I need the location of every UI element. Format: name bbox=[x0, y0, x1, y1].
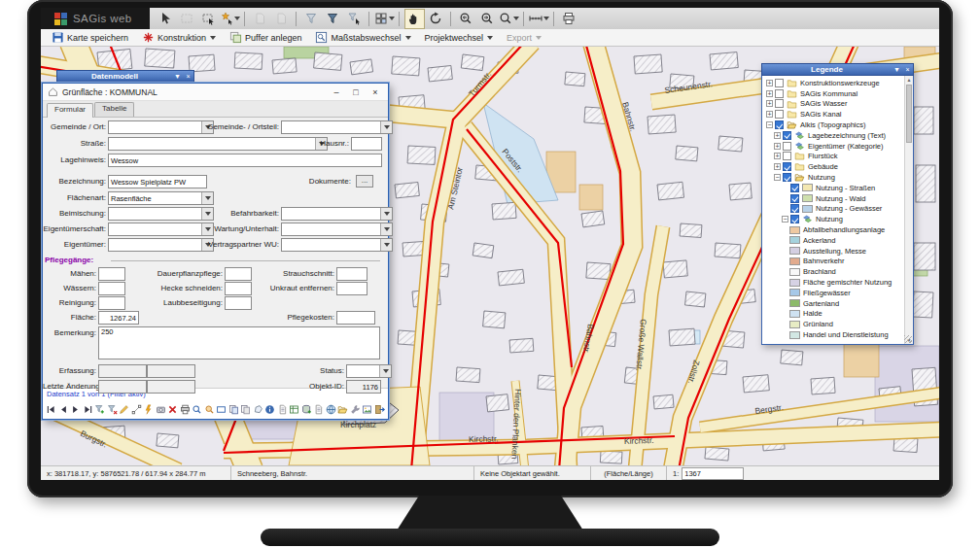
legend-item-label[interactable]: Gebäude bbox=[808, 162, 838, 171]
export-menu[interactable]: Export bbox=[500, 30, 548, 46]
legend-close-icon[interactable]: × bbox=[902, 66, 913, 73]
input-field[interactable] bbox=[98, 267, 125, 281]
dialog-titlebar[interactable]: Grünfläche : KOMMUNAL – □ × bbox=[43, 84, 388, 101]
input-field[interactable] bbox=[147, 380, 195, 394]
expand-icon[interactable]: + bbox=[766, 111, 773, 118]
input-field[interactable]: Wessow bbox=[108, 154, 382, 167]
legend-item-label[interactable]: Lagebezeichnung (Text) bbox=[808, 131, 886, 140]
legend-item-label[interactable]: Eigentümer (Kategorie) bbox=[808, 142, 884, 151]
record-last-button[interactable] bbox=[83, 404, 93, 416]
layer-checkbox[interactable] bbox=[790, 215, 799, 223]
dropdown-field[interactable] bbox=[281, 223, 393, 236]
legend-item-label[interactable]: SAGis Kanal bbox=[800, 110, 842, 119]
legend-item-label[interactable]: Halde bbox=[803, 309, 822, 318]
expand-icon[interactable]: + bbox=[766, 90, 773, 97]
create-buffer-button[interactable]: Puffer anlegen bbox=[223, 30, 308, 46]
tab-formular[interactable]: Formular bbox=[47, 103, 93, 118]
input-field[interactable] bbox=[98, 364, 147, 378]
input-field[interactable] bbox=[225, 282, 252, 295]
panel-collapse-icon[interactable]: ▼ bbox=[172, 73, 183, 80]
construction-menu[interactable]: Konstruktion bbox=[135, 30, 223, 46]
legend-item-label[interactable]: Gartenland bbox=[803, 299, 839, 308]
document-button[interactable] bbox=[313, 404, 324, 416]
legend-item-label[interactable]: Ausstellung, Messe bbox=[803, 247, 866, 256]
close-icon[interactable]: × bbox=[368, 87, 383, 97]
select-tool[interactable] bbox=[156, 9, 176, 29]
expand-icon[interactable]: + bbox=[774, 132, 781, 139]
zoom-previous-tool[interactable] bbox=[456, 9, 476, 29]
copy-tool[interactable] bbox=[250, 9, 270, 29]
print-record-button[interactable] bbox=[180, 404, 191, 416]
legend-item-label[interactable]: Flurstück bbox=[808, 152, 837, 160]
copy-geometry-button[interactable] bbox=[253, 404, 263, 416]
chevron-down-icon[interactable] bbox=[380, 239, 392, 251]
new-record-button[interactable] bbox=[143, 404, 154, 416]
layer-checkbox[interactable] bbox=[783, 131, 791, 140]
input-field[interactable] bbox=[225, 296, 252, 310]
input-field[interactable]: 1267.24 bbox=[98, 311, 139, 325]
print-tool[interactable] bbox=[559, 9, 579, 29]
object-info-button[interactable] bbox=[264, 404, 275, 416]
expand-icon[interactable]: + bbox=[766, 100, 773, 107]
chevron-down-icon[interactable] bbox=[380, 121, 392, 133]
input-field[interactable]: 1176 bbox=[346, 380, 381, 394]
input-field[interactable] bbox=[147, 364, 195, 378]
snapshot-button[interactable] bbox=[156, 404, 166, 416]
input-field[interactable] bbox=[98, 282, 125, 295]
collapse-icon[interactable]: − bbox=[766, 121, 773, 128]
legend-item-label[interactable]: Bahnverkehr bbox=[803, 257, 845, 265]
save-map-button[interactable]: Karte speichern bbox=[45, 30, 135, 46]
close-form-button[interactable] bbox=[374, 404, 385, 416]
layer-checkbox[interactable] bbox=[783, 173, 791, 182]
duplicate-button[interactable] bbox=[240, 404, 251, 416]
select-special-tool[interactable] bbox=[220, 9, 240, 29]
record-next-button[interactable] bbox=[70, 404, 81, 416]
minimize-icon[interactable]: – bbox=[329, 87, 344, 97]
pan-tool[interactable] bbox=[404, 9, 425, 29]
input-field[interactable] bbox=[336, 311, 375, 325]
layer-checkbox[interactable] bbox=[783, 152, 791, 160]
filter-set-button[interactable] bbox=[94, 404, 105, 416]
select-rectangle-tool[interactable] bbox=[177, 9, 197, 29]
layer-checkbox[interactable] bbox=[783, 162, 791, 171]
dropdown-field[interactable] bbox=[281, 207, 393, 221]
filter-remove-button[interactable] bbox=[107, 404, 118, 416]
maximize-icon[interactable]: □ bbox=[348, 87, 364, 97]
legend-item-label[interactable]: Fließgewässer bbox=[803, 289, 851, 297]
tab-tabelle[interactable]: Tabelle bbox=[94, 102, 134, 117]
input-field[interactable] bbox=[98, 296, 125, 310]
scale-input[interactable]: 1367 bbox=[682, 467, 744, 480]
scrollbar-thumb[interactable] bbox=[906, 85, 912, 143]
zoom-next-tool[interactable] bbox=[477, 9, 498, 29]
input-field[interactable]: Wessow Spielplatz PW bbox=[108, 175, 207, 188]
legend-collapse-icon[interactable]: ▼ bbox=[892, 66, 902, 73]
project-change-menu[interactable]: Projektwechsel bbox=[418, 30, 501, 46]
input-field[interactable] bbox=[98, 380, 147, 394]
collapse-icon[interactable]: − bbox=[782, 216, 788, 223]
legend-item-label[interactable]: SAGis Kommunal bbox=[800, 89, 858, 98]
resize-grip[interactable] bbox=[904, 335, 912, 343]
datenmodell-panel-bar[interactable]: Datenmodell ▼ × bbox=[56, 70, 194, 83]
legend-item-label[interactable]: Nutzung - Wald bbox=[816, 194, 865, 203]
legend-item-label[interactable]: Grünland bbox=[803, 320, 833, 328]
layer-checkbox[interactable] bbox=[775, 79, 784, 87]
table-export-button[interactable] bbox=[289, 404, 299, 416]
zoom-to-object-button[interactable] bbox=[192, 404, 202, 416]
paste-tool[interactable] bbox=[271, 9, 292, 29]
layer-checkbox[interactable] bbox=[790, 194, 799, 203]
chevron-down-icon[interactable] bbox=[380, 223, 392, 235]
layer-checkbox[interactable] bbox=[775, 110, 784, 119]
documents-button[interactable]: ... bbox=[356, 175, 373, 188]
layer-checkbox[interactable] bbox=[775, 120, 784, 129]
layer-checkbox[interactable] bbox=[775, 99, 784, 108]
legend-item-label[interactable]: Nutzung - Straßen bbox=[816, 184, 875, 192]
legend-item-label[interactable]: Handel und Dienstleistung bbox=[803, 330, 889, 339]
panel-close-icon[interactable]: × bbox=[183, 73, 193, 80]
layer-checkbox[interactable] bbox=[790, 204, 799, 213]
highlight-object-button[interactable] bbox=[204, 404, 215, 416]
settings-button[interactable] bbox=[350, 404, 361, 416]
chevron-down-icon[interactable] bbox=[379, 365, 391, 377]
legend-item-label[interactable]: Konstruktionswerkzeuge bbox=[800, 79, 880, 87]
record-first-button[interactable] bbox=[46, 404, 56, 416]
legend-item-label[interactable]: Brachland bbox=[803, 267, 836, 276]
